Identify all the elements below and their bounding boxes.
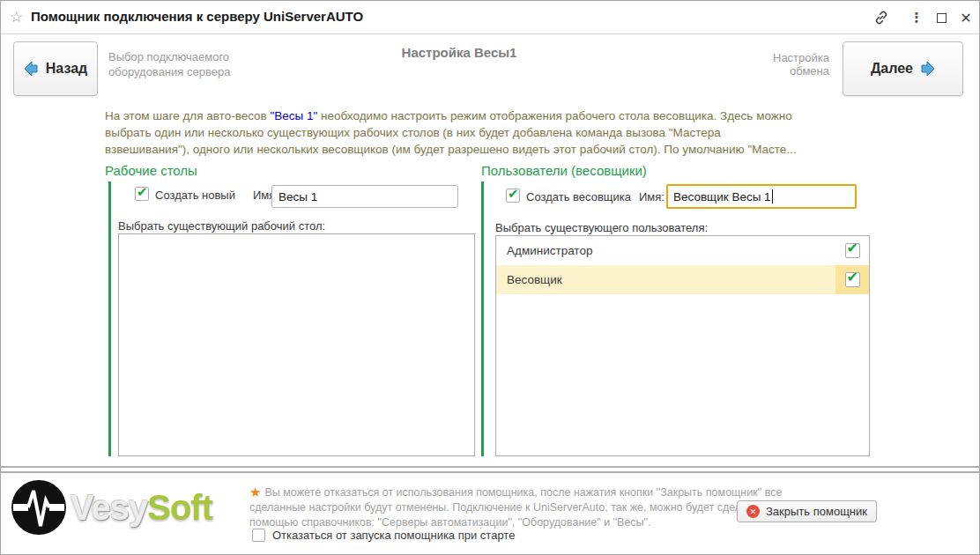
vesysoft-logo: VesySoft xyxy=(11,480,212,535)
favorite-star-icon[interactable]: ☆ xyxy=(10,8,23,26)
important-star-icon: ★ xyxy=(249,485,261,500)
user-row-checkbox-cell xyxy=(835,265,869,294)
step-description-line3: взвешивания"), одного или нескольких вес… xyxy=(105,141,889,158)
desktop-list[interactable] xyxy=(118,233,475,456)
user-row-weigher[interactable]: Весовщик xyxy=(496,265,869,294)
text-caret xyxy=(772,189,773,204)
close-window-icon[interactable]: ✕ xyxy=(956,8,976,27)
skip-startup-label: Отказаться от запуска помощника при стар… xyxy=(272,529,515,542)
scale-name-highlight: "Весы 1" xyxy=(271,109,318,122)
skip-startup-checkbox[interactable] xyxy=(252,529,265,542)
user-row-label: Администратор xyxy=(496,244,835,257)
user-row-administrator[interactable]: Администратор xyxy=(496,236,869,265)
title-bar: ☆ Помощник подключения к серверу UniServ… xyxy=(1,1,979,34)
create-user-checkbox[interactable] xyxy=(506,189,520,203)
step-description-line2: выбрать один или несколько существующих … xyxy=(105,124,889,141)
user-name-input[interactable]: Весовщик Весы 1 xyxy=(666,184,857,209)
wizard-window: ☆ Помощник подключения к серверу UniServ… xyxy=(0,0,980,555)
desktop-list-label: Выбрать существующий рабочий стол: xyxy=(118,219,325,233)
create-desktop-checkbox[interactable] xyxy=(135,187,149,201)
footer-note-line2: сделанные настройки будут отменены. Подк… xyxy=(249,500,743,515)
user-list-label: Выбрать существующего пользователя: xyxy=(495,221,708,234)
footer-note-line1: ★Вы можете отказаться от использования п… xyxy=(249,485,743,500)
footer-note: ★Вы можете отказаться от использования п… xyxy=(249,485,743,530)
window-title: Помощник подключения к серверу UniServer… xyxy=(31,9,363,24)
step-description-line1: На этом шаге для авто-весов "Весы 1" нео… xyxy=(105,107,889,124)
maximize-icon[interactable] xyxy=(932,8,951,27)
vesysoft-logo-icon xyxy=(11,480,66,535)
back-button-label: Назад xyxy=(46,61,87,77)
create-desktop-label: Создать новый xyxy=(155,189,235,202)
user-row-checkbox[interactable] xyxy=(845,243,860,258)
user-row-checkbox-cell xyxy=(835,236,869,265)
link-icon[interactable] xyxy=(872,8,891,27)
user-list: Администратор Весовщик xyxy=(495,235,870,456)
user-name-value: Весовщик Весы 1 xyxy=(673,190,771,204)
next-step-caption: Настройка обмена xyxy=(731,51,829,78)
desktops-section: Создать новый Имя: Выбрать существующий … xyxy=(108,181,475,456)
users-section: Создать весовщика Имя: Весовщик Весы 1 В… xyxy=(481,181,869,456)
footer-separator xyxy=(1,466,979,473)
close-helper-button[interactable]: ✕ Закрыть помощник xyxy=(737,500,877,522)
arrow-right-icon xyxy=(921,61,935,77)
more-menu-icon[interactable]: ⋮ xyxy=(907,8,926,27)
next-button[interactable]: Далее xyxy=(843,41,963,96)
next-button-label: Далее xyxy=(871,61,913,77)
logo-text: VesySoft xyxy=(71,480,212,535)
user-row-checkbox[interactable] xyxy=(845,272,860,287)
desktops-section-header: Рабочие столы xyxy=(105,163,197,178)
step-description: На этом шаге для авто-весов "Весы 1" нео… xyxy=(105,107,889,158)
desktop-name-input[interactable] xyxy=(271,185,458,208)
close-helper-label: Закрыть помощник xyxy=(766,505,867,518)
close-helper-icon: ✕ xyxy=(746,505,760,518)
create-user-label: Создать весовщика xyxy=(526,190,631,204)
users-section-header: Пользователи (весовщики) xyxy=(481,163,647,178)
user-name-label: Имя: xyxy=(639,190,664,204)
user-row-label: Весовщик xyxy=(496,273,835,286)
arrow-left-icon xyxy=(24,61,38,77)
